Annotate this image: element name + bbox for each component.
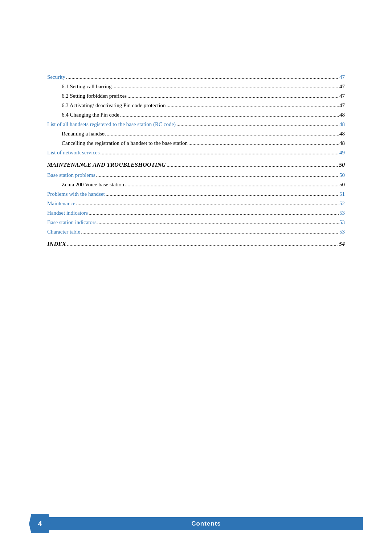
toc-entry-call-barring: 6.1 Setting call barring 47	[47, 82, 345, 91]
toc-page-num: 53	[339, 208, 345, 217]
toc-page-num: 49	[339, 148, 345, 157]
toc-dots	[107, 129, 339, 138]
toc-dots	[106, 190, 339, 198]
toc-page-num: 48	[339, 129, 345, 138]
page-content: Security 47 6.1 Setting call barring 47 …	[0, 0, 392, 286]
toc-page-num: 50	[339, 180, 345, 189]
toc-entry-list-network-services[interactable]: List of network services 49	[47, 148, 345, 157]
toc-entry-maintenance[interactable]: Maintenance 52	[47, 199, 345, 208]
toc-dots	[97, 218, 339, 227]
toc-entry-problems-handset[interactable]: Problems with the handset 51	[47, 190, 345, 198]
toc-dots	[89, 208, 339, 217]
toc-dots	[120, 110, 339, 119]
toc-entry-cancelling-registration: Cancelling the registration of a handset…	[47, 139, 345, 147]
toc-dots	[112, 82, 339, 91]
toc-page-num: 53	[339, 227, 345, 236]
toc-page-num: 47	[339, 92, 345, 100]
toc-dots	[67, 240, 338, 249]
toc-page-num: 47	[339, 82, 345, 91]
toc-dots	[176, 120, 339, 129]
toc-dots	[101, 148, 339, 157]
toc-entry-base-station-indicators[interactable]: Base station indicators 53	[47, 218, 345, 227]
toc-entry-renaming-handset: Renaming a handset 48	[47, 129, 345, 138]
toc-entry-text: List of all handsets registered to the b…	[47, 120, 176, 129]
toc-page-num: 47	[339, 101, 345, 110]
bottom-bar: 4 Contents	[29, 514, 363, 533]
toc-entry-base-station-problems[interactable]: Base station problems 50	[47, 171, 345, 179]
contents-bar: Contents	[49, 517, 363, 530]
toc-entry-text: Problems with the handset	[47, 190, 105, 198]
section-index: INDEX 54	[47, 239, 345, 249]
toc-dots	[167, 161, 338, 170]
toc-page-num: 53	[339, 218, 345, 227]
toc-entry-text: 6.4 Changing the Pin code	[62, 110, 119, 119]
section-index-page: 54	[339, 239, 345, 249]
toc-entry-text: Base station indicators	[47, 218, 97, 227]
toc-page-num: 51	[339, 190, 345, 198]
toc-entry-text: 6.1 Setting call barring	[62, 82, 111, 91]
toc-page-num: 47	[339, 73, 345, 81]
toc-entry-text: Zenia 200 Voice base station	[62, 180, 124, 189]
section-page-num: 50	[339, 160, 345, 170]
toc-entry-text: Character table	[47, 227, 80, 236]
toc-page-num: 48	[339, 110, 345, 119]
toc-entry-forbidden-prefixes: 6.2 Setting forbidden prefixes 47	[47, 92, 345, 100]
toc-entry-handset-indicators[interactable]: Handset indicators 53	[47, 208, 345, 217]
toc-page-num: 50	[339, 171, 345, 179]
toc-entry-text: List of network services	[47, 148, 100, 157]
toc-dots	[167, 101, 339, 110]
toc-entry-text: Renaming a handset	[62, 129, 106, 138]
page-badge: 4	[29, 514, 51, 533]
toc-dots	[66, 73, 339, 81]
toc-entry-text: Base station problems	[47, 171, 95, 179]
toc-entry-security[interactable]: Security 47	[47, 73, 345, 81]
toc-dots	[81, 227, 339, 236]
toc-entry-text: Handset indicators	[47, 208, 88, 217]
toc-entry-activating-pin: 6.3 Activating/ deactivating Pin code pr…	[47, 101, 345, 110]
toc-entry-changing-pin: 6.4 Changing the Pin code 48	[47, 110, 345, 119]
toc-dots	[188, 139, 339, 147]
toc-entry-text: 6.2 Setting forbidden prefixes	[62, 92, 127, 100]
toc-page-num: 48	[339, 139, 345, 147]
toc-entry-text: Maintenance	[47, 199, 75, 208]
page-number: 4	[38, 520, 42, 528]
toc-entry-text: Cancelling the registration of a handset…	[62, 139, 188, 147]
toc-dots	[127, 92, 339, 100]
section-maintenance: MAINTENANCE AND TROUBLESHOOTING 50	[47, 160, 345, 170]
contents-label: Contents	[191, 520, 221, 527]
toc-entry-character-table[interactable]: Character table 53	[47, 227, 345, 236]
section-index-text: INDEX	[47, 239, 66, 249]
section-heading-text: MAINTENANCE AND TROUBLESHOOTING	[47, 160, 166, 170]
toc-dots	[76, 199, 339, 208]
toc-entry-text: 6.3 Activating/ deactivating Pin code pr…	[62, 101, 166, 110]
toc-entry-text: Security	[47, 73, 65, 81]
toc-dots	[125, 180, 339, 189]
toc-entry-list-handsets[interactable]: List of all handsets registered to the b…	[47, 120, 345, 129]
toc-page-num: 48	[339, 120, 345, 129]
toc-entry-zenia-200: Zenia 200 Voice base station 50	[47, 180, 345, 189]
toc-dots	[96, 171, 339, 179]
toc-page-num: 52	[339, 199, 345, 208]
